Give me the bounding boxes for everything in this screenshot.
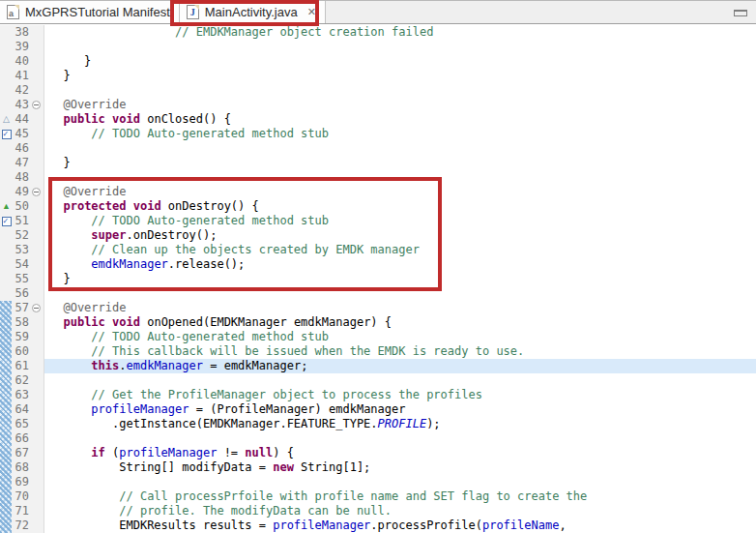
- code-text[interactable]: // TODO Auto-generated method stub: [44, 127, 756, 141]
- tab-manifest[interactable]: MxGPRSTutorial Manifest: [0, 1, 180, 23]
- code-line-69[interactable]: 69: [0, 475, 756, 489]
- code-line-62[interactable]: 62: [0, 373, 756, 388]
- code-text[interactable]: // profile. The modifyData can be null.: [44, 504, 756, 518]
- code-text[interactable]: this.emdkManager = emdkManager;: [44, 359, 756, 373]
- code-line-63[interactable]: 63 // Get the ProfileManager object to p…: [0, 388, 756, 402]
- code-line-42[interactable]: 42: [0, 83, 756, 98]
- code-text[interactable]: [44, 83, 756, 98]
- tab-mainactivity-label: MainActivity.java: [205, 5, 298, 19]
- code-line-51[interactable]: 51 // TODO Auto-generated method stub: [0, 214, 756, 228]
- code-token: profileName: [482, 518, 559, 532]
- code-line-52[interactable]: 52 super.onDestroy();: [0, 228, 756, 243]
- code-line-38[interactable]: 38 // EMDKManager object creation failed: [0, 25, 756, 40]
- code-line-40[interactable]: 40 }: [0, 54, 756, 69]
- code-line-65[interactable]: 65 .getInstance(EMDKManager.FEATURE_TYPE…: [0, 417, 756, 431]
- code-text[interactable]: // EMDKManager object creation failed: [44, 25, 756, 40]
- code-text[interactable]: }: [44, 69, 756, 83]
- code-text[interactable]: if (profileManager != null) {: [44, 446, 756, 460]
- gutter[interactable]: △44: [0, 112, 44, 127]
- gutter[interactable]: 42: [0, 83, 44, 98]
- fold-collapse-icon[interactable]: [32, 304, 41, 312]
- code-text[interactable]: .getInstance(EMDKManager.FEATURE_TYPE.PR…: [44, 417, 756, 431]
- code-text[interactable]: [44, 475, 756, 489]
- code-line-55[interactable]: 55 }: [0, 272, 756, 286]
- close-tab-icon[interactable]: ✕: [307, 6, 316, 18]
- gutter[interactable]: 53: [0, 243, 44, 257]
- fold-collapse-icon[interactable]: [32, 188, 41, 196]
- code-text[interactable]: }: [44, 54, 756, 69]
- code-text[interactable]: @Override: [44, 301, 756, 315]
- gutter[interactable]: 40: [0, 54, 44, 69]
- code-line-64[interactable]: 64 profileManager = (ProfileManager) emd…: [0, 402, 756, 417]
- code-text[interactable]: profileManager = (ProfileManager) emdkMa…: [44, 402, 756, 417]
- code-text[interactable]: // Call processPrfoile with profile name…: [44, 489, 756, 504]
- code-line-67[interactable]: 67 if (profileManager != null) {: [0, 446, 756, 460]
- code-text[interactable]: // This callback will be issued when the…: [44, 344, 756, 359]
- code-text[interactable]: [44, 170, 756, 185]
- gutter[interactable]: 56: [0, 286, 44, 301]
- code-text[interactable]: String[] modifyData = new String[1];: [44, 460, 756, 475]
- fold-collapse-icon[interactable]: [32, 101, 41, 109]
- code-text[interactable]: }: [44, 272, 756, 286]
- code-editor[interactable]: 38 // EMDKManager object creation failed…: [0, 24, 756, 533]
- code-text[interactable]: [44, 141, 756, 156]
- code-line-59[interactable]: 59 // TODO Auto-generated method stub: [0, 330, 756, 344]
- code-text[interactable]: public void onOpened(EMDKManager emdkMan…: [44, 315, 756, 330]
- gutter[interactable]: 48: [0, 170, 44, 185]
- gutter[interactable]: 39: [0, 40, 44, 54]
- code-text[interactable]: protected void onDestroy() {: [44, 199, 756, 214]
- code-line-68[interactable]: 68 String[] modifyData = new String[1];: [0, 460, 756, 475]
- gutter[interactable]: 41: [0, 69, 44, 83]
- gutter[interactable]: 55: [0, 272, 44, 286]
- code-text[interactable]: @Override: [44, 98, 756, 112]
- code-line-61[interactable]: 61 this.emdkManager = emdkManager;: [0, 359, 756, 373]
- code-line-41[interactable]: 41 }: [0, 69, 756, 83]
- gutter[interactable]: ▲50: [0, 199, 44, 214]
- code-line-46[interactable]: 46: [0, 141, 756, 156]
- code-text[interactable]: // TODO Auto-generated method stub: [44, 330, 756, 344]
- code-text[interactable]: [44, 286, 756, 301]
- code-line-70[interactable]: 70 // Call processPrfoile with profile n…: [0, 489, 756, 504]
- code-text[interactable]: EMDKResults results = profileManager.pro…: [44, 518, 756, 533]
- code-line-72[interactable]: 72 EMDKResults results = profileManager.…: [0, 518, 756, 533]
- code-text[interactable]: @Override: [44, 185, 756, 199]
- code-comment: // TODO Auto-generated method stub: [49, 127, 329, 140]
- gutter[interactable]: 49: [0, 185, 44, 199]
- code-text[interactable]: // Clean up the objects created by EMDK …: [44, 243, 756, 257]
- code-line-57[interactable]: 57 @Override: [0, 301, 756, 315]
- code-line-45[interactable]: 45 // TODO Auto-generated method stub: [0, 127, 756, 141]
- code-line-53[interactable]: 53 // Clean up the objects created by EM…: [0, 243, 756, 257]
- code-line-49[interactable]: 49 @Override: [0, 185, 756, 199]
- code-line-43[interactable]: 43 @Override: [0, 98, 756, 112]
- code-text[interactable]: emdkManager.release();: [44, 257, 756, 272]
- gutter[interactable]: 46: [0, 141, 44, 156]
- view-menu-icon[interactable]: [734, 10, 747, 16]
- code-line-66[interactable]: 66: [0, 431, 756, 446]
- code-line-47[interactable]: 47 }: [0, 156, 756, 170]
- gutter[interactable]: 54: [0, 257, 44, 272]
- code-line-44[interactable]: △44 public void onClosed() {: [0, 112, 756, 127]
- code-text[interactable]: public void onClosed() {: [44, 112, 756, 127]
- gutter[interactable]: 51: [0, 214, 44, 228]
- code-text[interactable]: // TODO Auto-generated method stub: [44, 214, 756, 228]
- code-line-50[interactable]: ▲50 protected void onDestroy() {: [0, 199, 756, 214]
- code-line-48[interactable]: 48: [0, 170, 756, 185]
- gutter[interactable]: 43: [0, 98, 44, 112]
- tab-mainactivity[interactable]: MainActivity.java ✕: [180, 1, 326, 23]
- gutter[interactable]: 47: [0, 156, 44, 170]
- code-text[interactable]: // Get the ProfileManager object to proc…: [44, 388, 756, 402]
- code-line-58[interactable]: △58 public void onOpened(EMDKManager emd…: [0, 315, 756, 330]
- code-text[interactable]: [44, 373, 756, 388]
- code-line-56[interactable]: 56: [0, 286, 756, 301]
- code-text[interactable]: [44, 40, 756, 54]
- code-text[interactable]: super.onDestroy();: [44, 228, 756, 243]
- gutter[interactable]: 52: [0, 228, 44, 243]
- code-text[interactable]: [44, 431, 756, 446]
- code-line-39[interactable]: 39: [0, 40, 756, 54]
- code-text[interactable]: }: [44, 156, 756, 170]
- code-line-54[interactable]: 54 emdkManager.release();: [0, 257, 756, 272]
- gutter[interactable]: 45: [0, 127, 44, 141]
- code-line-71[interactable]: 71 // profile. The modifyData can be nul…: [0, 504, 756, 518]
- code-line-60[interactable]: 60 // This callback will be issued when …: [0, 344, 756, 359]
- gutter[interactable]: 38: [0, 25, 44, 40]
